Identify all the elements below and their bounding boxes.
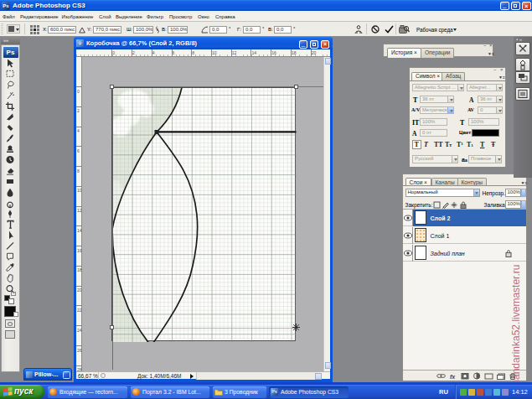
svg-text:fx: fx — [450, 374, 456, 380]
